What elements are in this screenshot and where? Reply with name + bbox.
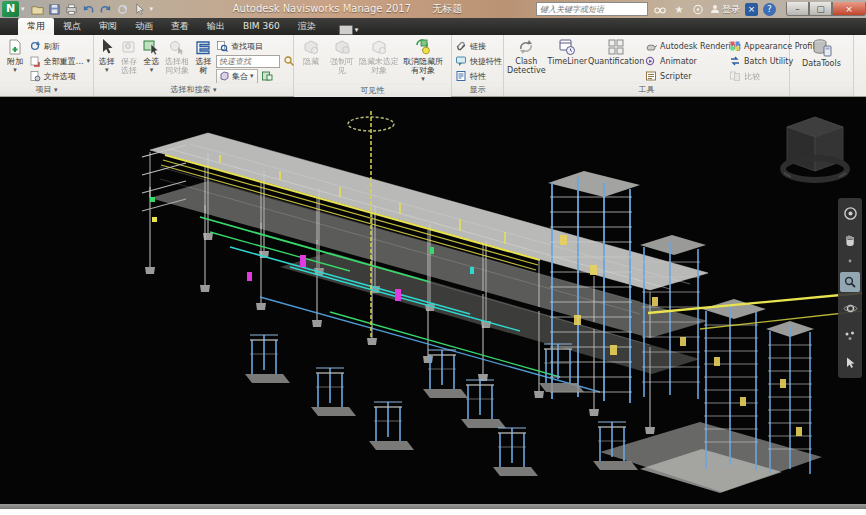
help-icon[interactable]: ? [763, 3, 776, 16]
tab-home[interactable]: 常用 [18, 18, 54, 35]
close-button[interactable]: × [832, 2, 866, 16]
chevron-down-icon: ▾ [86, 57, 90, 65]
require-button[interactable]: 强制可见 [327, 37, 357, 75]
quick-properties-icon [455, 55, 467, 67]
save-selection-button[interactable]: 保存选择 [119, 37, 140, 75]
quick-properties-button[interactable]: 快捷特性 [455, 54, 502, 68]
undo-icon[interactable] [82, 3, 95, 16]
file-options-button[interactable]: 文件选项 [29, 69, 90, 83]
select-all-icon [142, 38, 160, 56]
window-controls: – ▢ × [786, 2, 866, 16]
display-label-text: 显示 [470, 85, 486, 94]
unhide-all-label: 取消隐藏所有对象 [401, 57, 445, 75]
autodesk-rendering-button[interactable]: Autodesk Rendering [645, 39, 727, 53]
reset-all-button[interactable]: 全部重置... ▾ [29, 54, 90, 68]
properties-button[interactable]: 特性 [455, 69, 502, 83]
append-label: 附加 [7, 57, 23, 66]
redo-icon[interactable] [99, 3, 112, 16]
clash-detective-button[interactable]: Clash Detective [507, 37, 546, 75]
hide-unselected-button[interactable]: 隐藏未选定对象 [359, 37, 399, 75]
refresh-button[interactable]: 刷新 [29, 39, 90, 53]
tab-bim360[interactable]: BIM 360 [234, 18, 289, 35]
unhide-all-button[interactable]: 取消隐藏所有对象 ▾ [401, 37, 445, 84]
unhide-all-icon [414, 38, 432, 56]
datatools-icon [811, 38, 833, 58]
select-same-button[interactable]: 选择相同对象 [163, 37, 191, 75]
select-all-label: 全选 [143, 57, 159, 66]
view-cube[interactable] [780, 109, 850, 193]
autodesk-rendering-icon [645, 40, 657, 52]
search-binoculars-icon[interactable] [653, 3, 667, 16]
ribbon-options-button[interactable]: ▾ [335, 25, 363, 35]
open-icon[interactable] [31, 3, 44, 16]
compare-button[interactable]: 比较 [729, 69, 817, 83]
hide-button[interactable]: 隐藏 [297, 37, 325, 66]
navigation-bar [838, 198, 862, 378]
zoom-button[interactable] [840, 272, 860, 292]
chevron-down-icon: ▾ [250, 72, 254, 80]
scripter-button[interactable]: Scripter [645, 69, 727, 83]
orbit-button[interactable] [840, 299, 860, 319]
group-label-visibility[interactable]: 可见性 [294, 84, 451, 97]
viewport-3d[interactable] [0, 97, 866, 504]
tab-render[interactable]: 渲染 [289, 18, 325, 35]
ribbon: 附加 ▾ 刷新 全部重置... ▾ 文件选项 项目 [0, 35, 866, 97]
datatools-button[interactable]: DataTools [794, 37, 850, 68]
model-3d[interactable] [0, 97, 866, 504]
print-icon[interactable] [65, 3, 78, 16]
group-label-select-search[interactable]: 选择和搜索 ▾ [94, 83, 293, 96]
nav-dropdown-dot[interactable] [840, 257, 860, 265]
timeliner-label: TimeLiner [548, 57, 588, 66]
tab-viewpoint[interactable]: 视点 [54, 18, 90, 35]
sets-dropdown[interactable]: 集合 ▾ [216, 69, 258, 84]
selection-tree-button[interactable]: 选择树 [193, 37, 214, 75]
ribbon-group-datatools: DataTools [790, 35, 854, 96]
select-button[interactable]: 选择 ▾ [97, 37, 117, 75]
favorites-star-icon[interactable]: ★ [672, 3, 686, 16]
qat-customize-chevron-icon[interactable]: ▾ [150, 5, 154, 13]
dot-icon [848, 259, 852, 263]
select-tool-button[interactable] [840, 352, 860, 372]
minimize-button[interactable]: – [786, 2, 809, 16]
timeliner-button[interactable]: TimeLiner [548, 37, 588, 66]
group-label-project[interactable]: 项目 ▾ [0, 83, 93, 96]
append-button[interactable]: 附加 ▾ [3, 37, 27, 75]
quick-find-input[interactable] [216, 55, 280, 68]
refresh-label: 刷新 [44, 41, 60, 52]
animator-button[interactable]: Animator [645, 54, 727, 68]
exchange-apps-icon[interactable]: × [745, 3, 758, 16]
page-margin [0, 509, 866, 515]
save-icon[interactable] [48, 3, 61, 16]
pan-button[interactable] [840, 230, 860, 250]
tab-output[interactable]: 输出 [198, 18, 234, 35]
links-button[interactable]: 链接 [455, 39, 502, 53]
maximize-button[interactable]: ▢ [809, 2, 832, 16]
communication-center-icon[interactable] [691, 3, 705, 16]
full-navigation-wheel-button[interactable] [840, 203, 860, 223]
ribbon-group-select-search: 选择 ▾ 保存选择 全选 ▾ 选择相同对象 选择树 [94, 35, 294, 96]
group-label-display[interactable]: 显示 [452, 83, 503, 96]
sign-in-button[interactable]: 登录 [710, 3, 740, 16]
save-selection-label: 保存选择 [119, 57, 140, 75]
look-around-button[interactable] [840, 326, 860, 346]
quantification-button[interactable]: Quantification [589, 37, 643, 66]
tab-review[interactable]: 审阅 [90, 18, 126, 35]
group-label-tools[interactable]: 工具 [504, 83, 789, 96]
ribbon-group-project: 附加 ▾ 刷新 全部重置... ▾ 文件选项 项目 [0, 35, 94, 96]
chevron-down-icon: ▾ [150, 66, 154, 75]
select-cursor-icon [98, 38, 116, 56]
infocenter-search-input[interactable] [536, 2, 648, 16]
appearance-profiler-icon [729, 40, 741, 52]
scripter-icon [645, 70, 657, 82]
find-items-icon [216, 40, 228, 52]
import-export-sets-icon[interactable] [261, 70, 273, 82]
chevron-down-icon: ▾ [355, 26, 359, 34]
refresh-icon[interactable] [116, 3, 129, 16]
select-cursor-icon[interactable] [133, 3, 146, 16]
tab-view[interactable]: 查看 [162, 18, 198, 35]
infocenter: ★ 登录 × ? [536, 2, 780, 16]
tab-animation[interactable]: 动画 [126, 18, 162, 35]
select-all-button[interactable]: 全选 ▾ [142, 37, 162, 75]
find-items-button[interactable]: 查找项目 [216, 39, 290, 53]
navisworks-app-button[interactable]: N [2, 1, 19, 17]
